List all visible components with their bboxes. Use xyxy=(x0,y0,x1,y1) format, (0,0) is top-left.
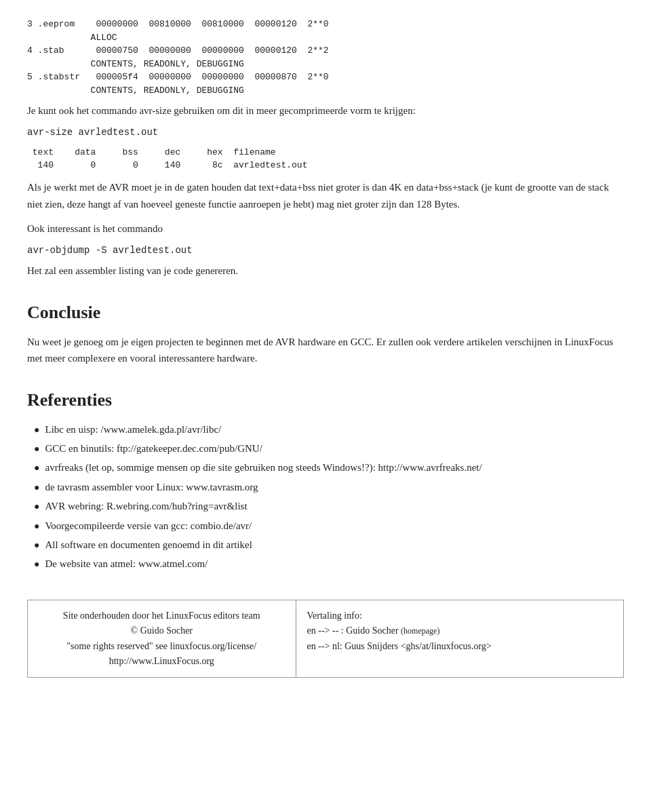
footer-left: Site onderhouden door het LinuxFocus edi… xyxy=(28,600,296,678)
footer-table: Site onderhouden door het LinuxFocus edi… xyxy=(27,600,624,678)
references-heading: Referenties xyxy=(27,386,624,414)
footer-left-line3: "some rights reserved" see linuxfocus.or… xyxy=(66,641,256,651)
references-list: Libc en uisp: /www.amelek.gda.pl/avr/lib… xyxy=(34,421,624,573)
list-item: Voorgecompileerde versie van gcc: combio… xyxy=(34,518,624,534)
footer-right-line2: en --> nl: Guus Snijders <ghs/at/linuxfo… xyxy=(307,641,492,651)
footer-right-heading: Vertaling info: xyxy=(307,611,362,621)
footer-right: Vertaling info: en --> -- : Guido Socher… xyxy=(296,600,623,678)
list-item: de tavrasm assembler voor Linux: www.tav… xyxy=(34,479,624,495)
list-item: All software en documenten genoemd in di… xyxy=(34,537,624,553)
footer-left-line1: Site onderhouden door het LinuxFocus edi… xyxy=(63,611,260,621)
avr-description: Als je werkt met de AVR moet je in de ga… xyxy=(27,179,624,213)
footer-right-line1: en --> -- : Guido Socher xyxy=(307,625,399,636)
footer-left-line4: http://www.LinuxFocus.org xyxy=(109,656,214,666)
avr-command-1: avr-size avrledtest.out xyxy=(27,125,624,140)
code-block-alloc: 3 .eeprom 00000000 00810000 00810000 000… xyxy=(27,18,624,97)
also-interesting-prefix: Ook interessant is het commando xyxy=(27,220,624,237)
footer-left-line2: © Guido Socher xyxy=(131,625,193,636)
conclusion-text: Nu weet je genoeg om je eigen projecten … xyxy=(27,334,624,368)
conclusion-heading: Conclusie xyxy=(27,298,624,327)
list-item: De website van atmel: www.atmel.com/ xyxy=(34,556,624,572)
assembler-desc: Het zal een assembler listing van je cod… xyxy=(27,263,624,279)
intro-text: Je kunt ook het commando avr-size gebrui… xyxy=(27,102,624,119)
avr-command-2: avr-objdump -S avrledtest.out xyxy=(27,243,624,258)
table-content: text data bss dec hex filename 140 0 0 1… xyxy=(27,147,307,171)
table-output: text data bss dec hex filename 140 0 0 1… xyxy=(27,146,624,172)
list-item: AVR webring: R.webring.com/hub?ring=avr&… xyxy=(34,498,624,514)
list-item: GCC en binutils: ftp://gatekeeper.dec.co… xyxy=(34,440,624,457)
list-item: Libc en uisp: /www.amelek.gda.pl/avr/lib… xyxy=(34,421,624,438)
list-item: avrfreaks (let op, sommige mensen op die… xyxy=(34,459,624,476)
footer-right-line1-small: (homepage) xyxy=(401,626,439,636)
